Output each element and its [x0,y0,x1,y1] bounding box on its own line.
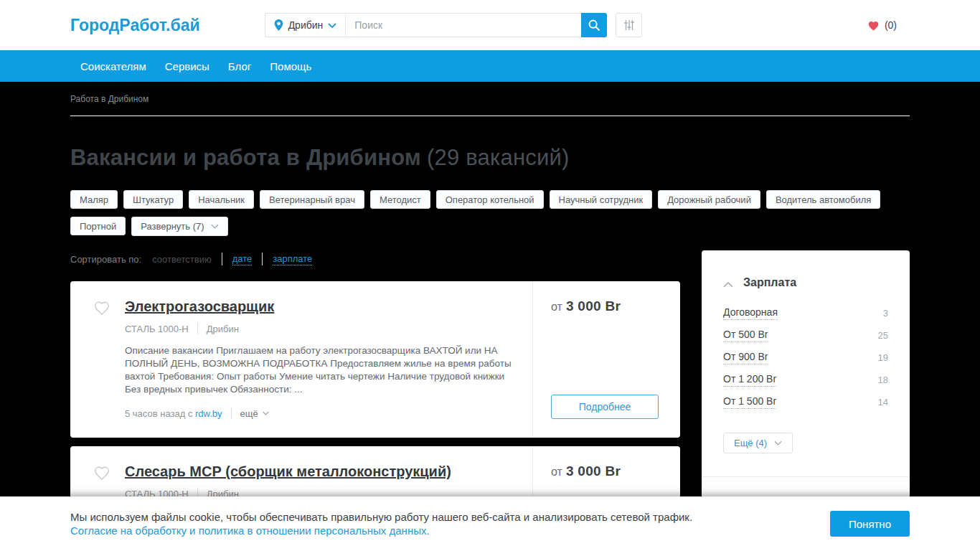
vacancy-title-link[interactable]: Слесарь МСР (сборщик металлоконструкций) [125,463,451,480]
favorite-toggle-button[interactable] [93,465,110,482]
divider [197,323,198,334]
sort-label: Сортировать по: [70,254,141,265]
search-input[interactable] [346,13,581,37]
salary-filter-count: 18 [878,375,888,385]
nav-item-help[interactable]: Помощь [260,50,321,82]
main-nav: Соискателям Сервисы Блог Помощь [0,50,980,82]
cookie-message: Мы используем файлы cookie, чтобы обеспе… [70,510,692,524]
divider [231,408,232,419]
show-more-salary-button[interactable]: Ещё (4) [723,433,793,453]
chip-nauchny-sotrudnik[interactable]: Научный сотрудник [550,190,653,209]
nav-item-jobseekers[interactable]: Соискателям [70,50,156,82]
salary-filter-link[interactable]: От 900 Br [723,351,768,364]
nav-item-services[interactable]: Сервисы [156,50,219,82]
chevron-down-icon [328,23,336,28]
vacancy-description: Описание вакансии Приглашаем на работу э… [125,344,512,396]
salary-filter-link[interactable]: От 1 200 Br [723,373,776,387]
top-bar: ГородРабот.бай Дрибин [0,0,980,50]
heart-icon [867,20,880,31]
vacancy-title-link[interactable]: Электрогазосварщик [125,298,274,315]
favorites-button[interactable]: (0) [867,19,897,31]
divider [70,116,910,116]
expand-chips-button[interactable]: Развернуть (7) [131,217,227,236]
details-button[interactable]: Подробнее [551,395,659,419]
salary-prefix: от [551,466,562,478]
chip-metodist[interactable]: Методист [370,190,430,209]
nav-item-blog[interactable]: Блог [219,50,260,82]
salary-amount: 3 000 Br [566,298,621,314]
vacancy-salary: от3 000 Br [551,463,621,479]
list-item: От 1 200 Br 18 [723,373,888,386]
vacancy-card: Электрогазосварщик СТАЛЬ 1000-Н Дрибин О… [70,281,680,438]
vacancy-location: Дрибин [207,324,239,334]
chip-shtukatur[interactable]: Штукатур [123,190,183,209]
salary-amount: 3 000 Br [566,463,621,479]
sort-by-salary[interactable]: зарплате [273,253,312,265]
vacancy-company: СТАЛЬ 1000-Н [125,324,189,334]
vacancy-posted: 5 часов назад с rdw.by [125,408,222,419]
vacancy-salary: от3 000 Br [551,298,621,314]
salary-filter-count: 3 [883,308,888,319]
vacancy-source-link[interactable]: rdw.by [195,408,222,419]
filters-button[interactable] [616,13,642,37]
list-item: Договорная 3 [723,306,888,319]
location-pin-icon [274,19,283,31]
filters-sidebar: Зарплата Договорная 3 От 500 Br 25 От 90… [702,250,910,539]
salary-filter-link[interactable]: От 500 Br [723,329,768,342]
page-title: Вакансии и работа в Дрибином(29 вакансий… [70,145,910,171]
chip-operator-kotelnoy[interactable]: Оператор котельной [436,190,544,209]
profession-chips: Маляр Штукатур Начальник Ветеринарный вр… [70,190,910,236]
list-item: От 900 Br 19 [723,351,888,364]
chevron-down-icon [263,411,269,415]
cookie-policy-link[interactable]: Согласие на обработку и политика в отнош… [70,524,430,537]
sort-row: Сортировать по: соответствию дате зарпла… [70,253,680,265]
page-title-text: Вакансии и работа в Дрибином [70,145,421,170]
breadcrumb: Работа в Дрибином [70,82,910,104]
salary-filter-link[interactable]: Договорная [723,306,778,320]
more-actions-toggle[interactable]: ещё [240,408,269,419]
chip-vet-vrach[interactable]: Ветеринарный врач [260,190,364,209]
salary-filter-count: 19 [878,352,888,363]
search-button[interactable] [581,13,607,37]
heart-outline-icon [93,465,110,481]
search-icon [588,19,600,32]
vacancy-count: (29 вакансий) [427,145,569,170]
posted-text: 5 часов назад с [125,408,192,419]
chevron-down-icon [774,441,782,446]
location-value: Дрибин [288,19,324,31]
divider [702,476,910,477]
chip-portnoy[interactable]: Портной [70,217,126,235]
salary-section-title: Зарплата [743,276,796,289]
main-content: Вакансии и работа в Дрибином(29 вакансий… [0,145,980,551]
sort-by-date[interactable]: дате [232,253,253,265]
divider [262,253,263,265]
heart-outline-icon [93,300,110,316]
chevron-down-icon [211,224,219,229]
collapse-section-button[interactable] [723,279,733,286]
site-logo[interactable]: ГородРабот.бай [70,16,200,35]
favorites-count: (0) [885,19,897,31]
breadcrumb-zone: Работа в Дрибином [0,82,980,118]
cookie-accept-button[interactable]: Понятно [830,511,910,537]
salary-filter-count: 14 [878,397,888,408]
salary-prefix: от [551,301,562,313]
chip-dorozhny-rabochiy[interactable]: Дорожный рабочий [658,190,760,209]
chip-malyar[interactable]: Маляр [70,190,118,209]
divider [222,253,222,265]
sliders-icon [623,19,635,31]
expand-chips-label: Развернуть (7) [141,221,204,232]
salary-filter-count: 25 [878,330,888,341]
salary-column: от3 000 Br Подробнее [532,281,680,438]
show-more-label: Ещё (4) [734,438,767,448]
more-label: ещё [240,408,258,419]
favorite-toggle-button[interactable] [93,300,110,317]
chip-nachalnik[interactable]: Начальник [189,190,254,209]
salary-filter-link[interactable]: От 1 500 Br [723,395,776,409]
cookie-banner: Мы используем файлы cookie, чтобы обеспе… [0,496,980,551]
location-selector[interactable]: Дрибин [265,13,347,37]
chip-voditel[interactable]: Водитель автомобиля [766,190,880,209]
list-item: От 1 500 Br 14 [723,395,888,408]
sort-by-relevance: соответствию [152,254,212,265]
chevron-up-icon [723,281,733,288]
list-item: От 500 Br 25 [723,329,888,342]
